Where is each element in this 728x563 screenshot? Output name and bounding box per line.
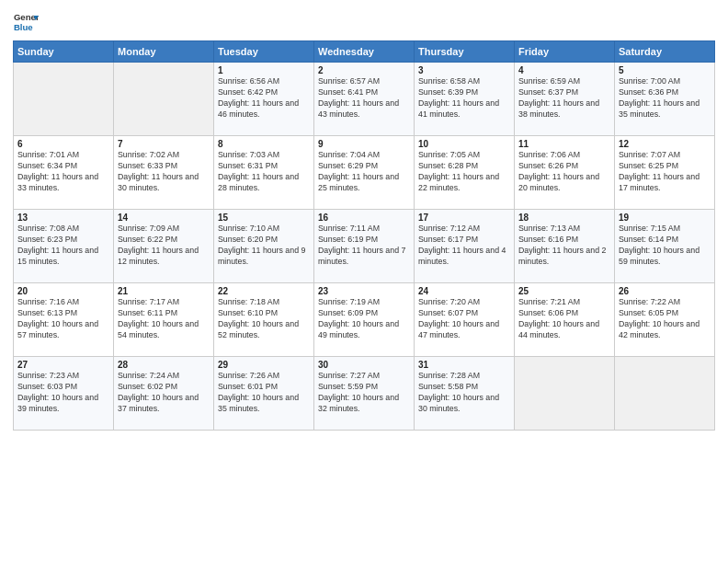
week-row-2: 6Sunrise: 7:01 AM Sunset: 6:34 PM Daylig… xyxy=(14,136,715,210)
day-number: 14 xyxy=(118,213,210,223)
day-cell: 29Sunrise: 7:26 AM Sunset: 6:01 PM Dayli… xyxy=(214,357,314,431)
day-number: 22 xyxy=(218,286,310,296)
day-cell: 8Sunrise: 7:03 AM Sunset: 6:31 PM Daylig… xyxy=(214,136,314,210)
day-number: 5 xyxy=(619,65,711,75)
day-number: 8 xyxy=(218,139,310,149)
day-info: Sunrise: 7:16 AM Sunset: 6:13 PM Dayligh… xyxy=(17,297,109,341)
day-cell: 28Sunrise: 7:24 AM Sunset: 6:02 PM Dayli… xyxy=(114,357,214,431)
day-info: Sunrise: 7:24 AM Sunset: 6:02 PM Dayligh… xyxy=(118,371,210,415)
day-cell: 31Sunrise: 7:28 AM Sunset: 5:58 PM Dayli… xyxy=(415,357,515,431)
day-info: Sunrise: 7:21 AM Sunset: 6:06 PM Dayligh… xyxy=(518,297,610,341)
day-cell: 10Sunrise: 7:05 AM Sunset: 6:28 PM Dayli… xyxy=(415,136,515,210)
day-info: Sunrise: 6:59 AM Sunset: 6:37 PM Dayligh… xyxy=(518,76,610,121)
day-cell: 7Sunrise: 7:02 AM Sunset: 6:33 PM Daylig… xyxy=(114,136,214,210)
day-info: Sunrise: 7:06 AM Sunset: 6:26 PM Dayligh… xyxy=(518,150,610,194)
week-row-1: 1Sunrise: 6:56 AM Sunset: 6:42 PM Daylig… xyxy=(14,63,715,136)
day-number: 31 xyxy=(418,360,510,370)
weekday-tuesday: Tuesday xyxy=(214,41,314,63)
day-info: Sunrise: 7:00 AM Sunset: 6:36 PM Dayligh… xyxy=(619,76,711,121)
day-cell: 27Sunrise: 7:23 AM Sunset: 6:03 PM Dayli… xyxy=(14,357,114,431)
day-info: Sunrise: 7:04 AM Sunset: 6:29 PM Dayligh… xyxy=(318,150,410,194)
day-cell: 13Sunrise: 7:08 AM Sunset: 6:23 PM Dayli… xyxy=(14,210,114,283)
day-info: Sunrise: 7:27 AM Sunset: 5:59 PM Dayligh… xyxy=(318,371,410,415)
day-info: Sunrise: 7:19 AM Sunset: 6:09 PM Dayligh… xyxy=(318,297,410,341)
day-number: 19 xyxy=(619,213,711,223)
day-number: 6 xyxy=(17,139,109,149)
logo-icon: General Blue xyxy=(13,9,39,35)
day-cell: 23Sunrise: 7:19 AM Sunset: 6:09 PM Dayli… xyxy=(314,283,415,357)
weekday-friday: Friday xyxy=(515,41,615,63)
day-info: Sunrise: 7:10 AM Sunset: 6:20 PM Dayligh… xyxy=(218,224,310,268)
logo: General Blue xyxy=(13,9,39,35)
day-cell: 22Sunrise: 7:18 AM Sunset: 6:10 PM Dayli… xyxy=(214,283,314,357)
day-cell xyxy=(615,357,715,431)
day-cell: 5Sunrise: 7:00 AM Sunset: 6:36 PM Daylig… xyxy=(615,63,715,136)
weekday-sunday: Sunday xyxy=(14,41,114,63)
week-row-3: 13Sunrise: 7:08 AM Sunset: 6:23 PM Dayli… xyxy=(14,210,715,283)
day-cell: 26Sunrise: 7:22 AM Sunset: 6:05 PM Dayli… xyxy=(615,283,715,357)
day-number: 25 xyxy=(518,286,610,296)
weekday-header-row: SundayMondayTuesdayWednesdayThursdayFrid… xyxy=(14,41,715,63)
page: General Blue SundayMondayTuesdayWednesda… xyxy=(0,0,728,563)
day-info: Sunrise: 7:15 AM Sunset: 6:14 PM Dayligh… xyxy=(619,224,711,268)
day-number: 2 xyxy=(318,65,410,75)
day-cell: 14Sunrise: 7:09 AM Sunset: 6:22 PM Dayli… xyxy=(114,210,214,283)
day-cell: 15Sunrise: 7:10 AM Sunset: 6:20 PM Dayli… xyxy=(214,210,314,283)
day-info: Sunrise: 7:12 AM Sunset: 6:17 PM Dayligh… xyxy=(418,224,510,268)
day-number: 4 xyxy=(518,65,610,75)
day-number: 27 xyxy=(17,360,109,370)
weekday-wednesday: Wednesday xyxy=(314,41,415,63)
day-cell: 17Sunrise: 7:12 AM Sunset: 6:17 PM Dayli… xyxy=(415,210,515,283)
day-number: 21 xyxy=(118,286,210,296)
day-number: 24 xyxy=(418,286,510,296)
day-cell: 16Sunrise: 7:11 AM Sunset: 6:19 PM Dayli… xyxy=(314,210,415,283)
day-info: Sunrise: 7:22 AM Sunset: 6:05 PM Dayligh… xyxy=(619,297,711,341)
day-cell: 20Sunrise: 7:16 AM Sunset: 6:13 PM Dayli… xyxy=(14,283,114,357)
day-number: 13 xyxy=(17,213,109,223)
day-info: Sunrise: 7:13 AM Sunset: 6:16 PM Dayligh… xyxy=(518,224,610,268)
day-number: 7 xyxy=(118,139,210,149)
day-info: Sunrise: 7:11 AM Sunset: 6:19 PM Dayligh… xyxy=(318,224,410,268)
day-number: 20 xyxy=(17,286,109,296)
day-info: Sunrise: 7:02 AM Sunset: 6:33 PM Dayligh… xyxy=(118,150,210,194)
day-number: 15 xyxy=(218,213,310,223)
day-number: 9 xyxy=(318,139,410,149)
day-number: 3 xyxy=(418,65,510,75)
day-number: 11 xyxy=(518,139,610,149)
day-cell: 9Sunrise: 7:04 AM Sunset: 6:29 PM Daylig… xyxy=(314,136,415,210)
day-number: 29 xyxy=(218,360,310,370)
svg-text:Blue: Blue xyxy=(14,22,33,32)
day-number: 30 xyxy=(318,360,410,370)
day-info: Sunrise: 7:05 AM Sunset: 6:28 PM Dayligh… xyxy=(418,150,510,194)
calendar: SundayMondayTuesdayWednesdayThursdayFrid… xyxy=(13,40,715,431)
day-cell xyxy=(114,63,214,136)
day-number: 18 xyxy=(518,213,610,223)
day-info: Sunrise: 7:07 AM Sunset: 6:25 PM Dayligh… xyxy=(619,150,711,194)
day-info: Sunrise: 7:28 AM Sunset: 5:58 PM Dayligh… xyxy=(418,371,510,415)
day-number: 16 xyxy=(318,213,410,223)
day-cell: 12Sunrise: 7:07 AM Sunset: 6:25 PM Dayli… xyxy=(615,136,715,210)
day-info: Sunrise: 6:58 AM Sunset: 6:39 PM Dayligh… xyxy=(418,76,510,121)
day-info: Sunrise: 7:26 AM Sunset: 6:01 PM Dayligh… xyxy=(218,371,310,415)
day-info: Sunrise: 6:57 AM Sunset: 6:41 PM Dayligh… xyxy=(318,76,410,121)
day-number: 28 xyxy=(118,360,210,370)
week-row-5: 27Sunrise: 7:23 AM Sunset: 6:03 PM Dayli… xyxy=(14,357,715,431)
day-info: Sunrise: 7:20 AM Sunset: 6:07 PM Dayligh… xyxy=(418,297,510,341)
day-cell: 21Sunrise: 7:17 AM Sunset: 6:11 PM Dayli… xyxy=(114,283,214,357)
day-cell: 25Sunrise: 7:21 AM Sunset: 6:06 PM Dayli… xyxy=(515,283,615,357)
weekday-saturday: Saturday xyxy=(615,41,715,63)
day-cell: 19Sunrise: 7:15 AM Sunset: 6:14 PM Dayli… xyxy=(615,210,715,283)
day-cell xyxy=(14,63,114,136)
day-cell: 6Sunrise: 7:01 AM Sunset: 6:34 PM Daylig… xyxy=(14,136,114,210)
day-number: 26 xyxy=(619,286,711,296)
day-cell: 2Sunrise: 6:57 AM Sunset: 6:41 PM Daylig… xyxy=(314,63,415,136)
day-cell: 24Sunrise: 7:20 AM Sunset: 6:07 PM Dayli… xyxy=(415,283,515,357)
weekday-monday: Monday xyxy=(114,41,214,63)
day-info: Sunrise: 7:09 AM Sunset: 6:22 PM Dayligh… xyxy=(118,224,210,268)
day-info: Sunrise: 7:17 AM Sunset: 6:11 PM Dayligh… xyxy=(118,297,210,341)
day-cell xyxy=(515,357,615,431)
day-number: 10 xyxy=(418,139,510,149)
day-info: Sunrise: 7:23 AM Sunset: 6:03 PM Dayligh… xyxy=(17,371,109,415)
week-row-4: 20Sunrise: 7:16 AM Sunset: 6:13 PM Dayli… xyxy=(14,283,715,357)
day-info: Sunrise: 7:18 AM Sunset: 6:10 PM Dayligh… xyxy=(218,297,310,341)
